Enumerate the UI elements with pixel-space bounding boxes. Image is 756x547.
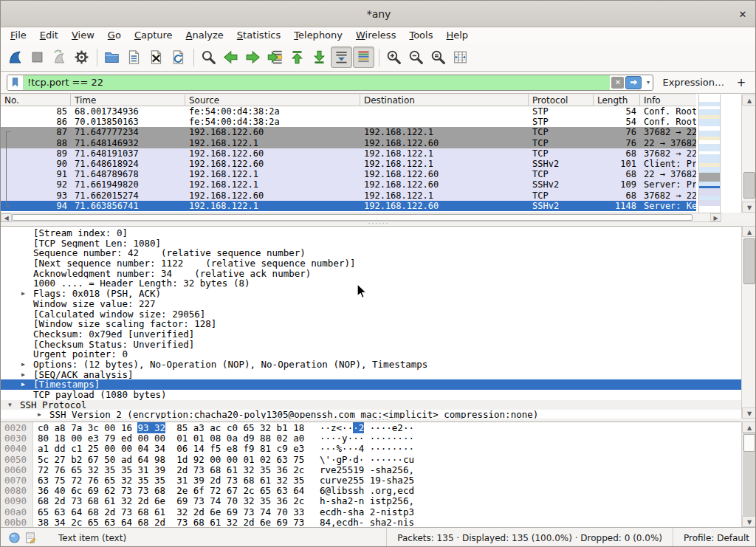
menu-help[interactable]: Help: [439, 27, 475, 44]
filter-history-caret-icon[interactable]: ▾: [643, 79, 653, 86]
column-header-length[interactable]: Length: [594, 94, 640, 107]
column-header-time[interactable]: Time: [71, 94, 185, 107]
detail-line[interactable]: [Window size scaling factor: 128]: [1, 319, 741, 329]
add-filter-button[interactable]: +: [735, 76, 748, 89]
go-first-packet-icon[interactable]: [286, 47, 308, 68]
menu-file[interactable]: File: [4, 27, 33, 44]
column-header-info[interactable]: Info: [640, 94, 696, 107]
detail-line[interactable]: 1000 .... = Header Length: 32 bytes (8): [1, 278, 741, 289]
start-capture-icon[interactable]: [4, 47, 26, 68]
hscroll-thumb[interactable]: [12, 214, 693, 221]
column-header-destination[interactable]: Destination: [360, 94, 529, 107]
menu-analyze[interactable]: Analyze: [179, 27, 230, 44]
detail-line[interactable]: ▶[SEQ/ACK analysis]: [1, 370, 741, 380]
find-packet-icon[interactable]: [198, 47, 219, 68]
detail-line[interactable]: [Stream index: 0]: [1, 228, 741, 238]
packet-row-86[interactable]: 8670.013850163fe:54:00:d4:38:2aSTP54Conf…: [1, 117, 696, 127]
zoom-out-icon[interactable]: [405, 47, 427, 68]
menu-edit[interactable]: Edit: [33, 27, 65, 44]
packet-row-87[interactable]: 8771.647777234192.168.122.60192.168.122.…: [1, 127, 696, 137]
close-window-icon[interactable]: ✕: [735, 7, 751, 23]
detail-line[interactable]: ▶[Timestamps]: [1, 379, 741, 390]
scroll-down-icon[interactable]: ▼: [742, 516, 756, 527]
zoom-original-icon[interactable]: [427, 47, 449, 68]
stop-capture-icon[interactable]: [27, 47, 48, 68]
detail-line[interactable]: Sequence number: 42 (relative sequence n…: [1, 248, 741, 258]
reload-file-icon[interactable]: [168, 47, 189, 68]
menu-view[interactable]: View: [65, 27, 101, 44]
menu-telephony[interactable]: Telephony: [287, 27, 349, 44]
packet-row-88[interactable]: 8871.648146932192.168.122.1192.168.122.6…: [1, 138, 696, 148]
detail-line[interactable]: ▼SSH Protocol: [1, 400, 741, 410]
zoom-in-icon[interactable]: [383, 47, 405, 68]
resize-columns-icon[interactable]: [450, 47, 471, 68]
scroll-left-icon[interactable]: ◀: [1, 213, 12, 221]
column-header-source[interactable]: Source: [185, 94, 360, 107]
detail-line[interactable]: Checksum: 0x79ed [unverified]: [1, 329, 741, 340]
expert-info-icon[interactable]: [8, 531, 21, 545]
auto-scroll-icon[interactable]: [331, 47, 352, 68]
detail-line[interactable]: Window size value: 227: [1, 299, 741, 309]
close-file-icon[interactable]: [145, 47, 167, 68]
display-filter-input[interactable]: [24, 75, 610, 90]
expand-icon[interactable]: ▶: [21, 370, 25, 380]
expand-icon[interactable]: ▶: [38, 410, 41, 419]
menu-wireless[interactable]: Wireless: [349, 27, 402, 44]
menu-tools[interactable]: Tools: [402, 27, 439, 44]
hex-row-00b0[interactable]: 00b038 34 2c 65 63 64 68 2d 73 68 61 32 …: [1, 517, 741, 527]
packet-list-scrollbar[interactable]: ▲ ▼: [741, 94, 756, 213]
colorize-icon[interactable]: [353, 47, 374, 68]
go-back-icon[interactable]: [220, 47, 241, 68]
expand-icon[interactable]: ▶: [21, 289, 25, 299]
hex-row-0020[interactable]: 0020c0 a8 7a 3c 00 16 93 32 85 a3 ac c0 …: [1, 423, 741, 433]
hex-row-00a0[interactable]: 00a065 63 64 68 2d 73 68 61 32 2d 6e 69 …: [1, 507, 741, 517]
expression-button[interactable]: Expression…: [662, 77, 724, 88]
detail-line[interactable]: TCP payload (1080 bytes): [1, 390, 741, 400]
expand-icon[interactable]: ▶: [21, 379, 25, 390]
collapse-icon[interactable]: ▼: [8, 400, 12, 410]
expand-icon[interactable]: ▶: [21, 359, 25, 370]
details-scrollbar[interactable]: ▲ ▼: [741, 226, 756, 419]
scroll-down-icon[interactable]: ▼: [742, 202, 756, 213]
detail-line[interactable]: ▶SSH Version 2 (encryption:chacha20-poly…: [1, 410, 741, 419]
go-forward-icon[interactable]: [242, 47, 264, 68]
packet-row-90[interactable]: 9071.648618924192.168.122.60192.168.122.…: [1, 159, 696, 169]
menu-go[interactable]: Go: [101, 27, 128, 44]
detail-line[interactable]: ▶Options: (12 bytes), No-Operation (NOP)…: [1, 359, 741, 370]
scroll-track[interactable]: [743, 433, 756, 516]
detail-line[interactable]: [Next sequence number: 1122 (relative se…: [1, 258, 741, 269]
clear-filter-icon[interactable]: ✕: [611, 77, 624, 89]
scroll-track[interactable]: [743, 106, 756, 202]
packet-row-92[interactable]: 9271.661949820192.168.122.1192.168.122.6…: [1, 179, 696, 190]
menu-statistics[interactable]: Statistics: [230, 27, 287, 44]
detail-line[interactable]: [TCP Segment Len: 1080]: [1, 238, 741, 249]
profile-status[interactable]: Profile: Default: [673, 528, 756, 547]
scroll-thumb[interactable]: [743, 172, 755, 199]
hex-row-0040[interactable]: 0040a1 dd c1 25 00 00 04 34 06 14 f5 e8 …: [1, 444, 741, 454]
packet-row-91[interactable]: 9171.648789678192.168.122.1192.168.122.6…: [1, 169, 696, 179]
packet-list-hscrollbar[interactable]: ◀ ▶: [1, 213, 721, 222]
hex-row-0070[interactable]: 007063 75 72 76 65 32 35 35 31 39 2d 73 …: [1, 475, 741, 486]
filter-bookmark-icon[interactable]: [7, 75, 24, 90]
scroll-up-icon[interactable]: ▲: [742, 94, 756, 106]
scroll-down-icon[interactable]: ▼: [742, 407, 756, 419]
detail-line[interactable]: ▶Flags: 0x018 (PSH, ACK): [1, 289, 741, 299]
hex-row-0030[interactable]: 003080 18 00 e3 79 ed 00 00 01 01 08 0a …: [1, 433, 741, 444]
packet-row-93[interactable]: 9371.662015274192.168.122.60192.168.122.…: [1, 190, 696, 201]
hex-row-0050[interactable]: 00505c 27 b2 67 50 ad 64 98 1d 92 00 00 …: [1, 455, 741, 465]
column-header-no[interactable]: No.: [1, 94, 71, 107]
go-to-packet-icon[interactable]: [264, 47, 286, 68]
bytes-scrollbar[interactable]: ▲ ▼: [741, 422, 756, 527]
scroll-thumb[interactable]: [743, 434, 755, 452]
capture-options-icon[interactable]: [71, 47, 92, 68]
detail-line[interactable]: [Checksum Status: Unverified]: [1, 340, 741, 350]
packet-row-89[interactable]: 8971.648191037192.168.122.60192.168.122.…: [1, 148, 696, 159]
scroll-up-icon[interactable]: ▲: [742, 422, 756, 433]
hex-row-0060[interactable]: 006072 76 65 32 35 35 31 39 2d 73 68 61 …: [1, 465, 741, 475]
hex-row-0090[interactable]: 009068 2d 73 68 61 32 2d 6e 69 73 74 70 …: [1, 496, 741, 506]
capture-comment-icon[interactable]: [24, 531, 38, 545]
open-file-icon[interactable]: [101, 47, 123, 68]
save-file-icon[interactable]: [123, 47, 145, 68]
packet-row-94[interactable]: 9471.663856741192.168.122.1192.168.122.6…: [1, 201, 696, 211]
packet-minimap[interactable]: [698, 94, 721, 213]
